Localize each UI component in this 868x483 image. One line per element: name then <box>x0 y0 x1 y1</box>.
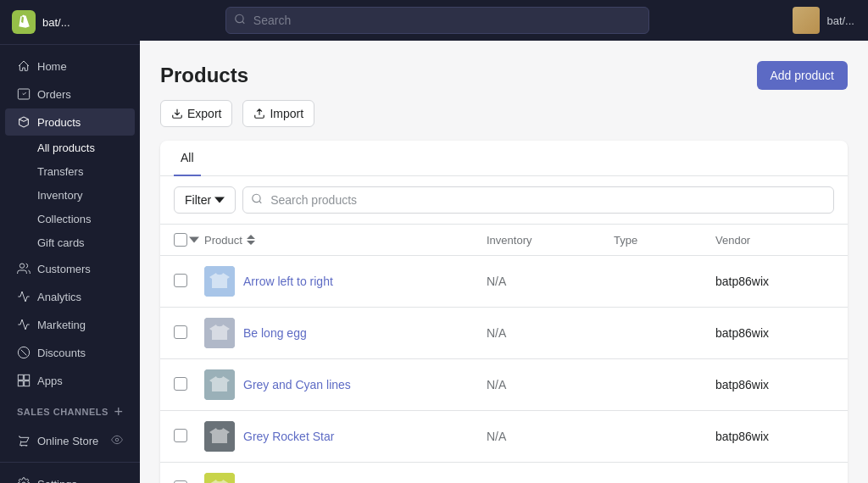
avatar <box>793 7 820 34</box>
search-products-input[interactable] <box>242 186 834 214</box>
table-body: Arrow left to right N/A batp86wix Be lon… <box>160 256 848 483</box>
vendor-cell-0: batp86wix <box>715 275 834 288</box>
inventory-cell-2: N/A <box>487 378 614 391</box>
tshirt-icon-2 <box>204 369 235 400</box>
products-card: All Filter <box>160 141 848 483</box>
sidebar-item-analytics-label: Analytics <box>37 291 81 303</box>
sidebar-item-collections-label: Collections <box>37 213 92 225</box>
add-product-button[interactable]: Add product <box>757 61 849 90</box>
sidebar-item-products[interactable]: Products <box>5 108 135 136</box>
tshirt-icon-3 <box>204 421 235 452</box>
svg-rect-4 <box>18 381 23 386</box>
online-store-label: Online Store <box>37 435 98 447</box>
sidebar-item-transfers[interactable]: Transfers <box>5 160 135 183</box>
header-product: Product <box>204 234 487 247</box>
header-type-label: Type <box>614 234 637 247</box>
sidebar-item-apps-label: Apps <box>37 375 63 387</box>
content-area: Products Add product Export Import <box>140 41 868 483</box>
sidebar-item-marketing-label: Marketing <box>37 319 86 331</box>
header-type: Type <box>614 234 715 247</box>
row-checkbox-2[interactable] <box>174 377 187 391</box>
table-header: Product Inventory Type Vendor <box>160 225 848 256</box>
svg-rect-3 <box>25 375 30 380</box>
search-products-wrap <box>242 186 834 214</box>
product-link-0[interactable]: Arrow left to right <box>243 275 333 288</box>
svg-point-9 <box>253 194 260 202</box>
sales-channels-add-button[interactable]: + <box>114 404 123 419</box>
checkbox-dropdown-icon[interactable] <box>189 235 199 245</box>
tab-all[interactable]: All <box>174 141 201 176</box>
row-checkbox-3[interactable] <box>174 429 187 442</box>
sales-channels-label: SALES CHANNELS <box>17 407 108 417</box>
page-actions: Export Import <box>160 100 848 127</box>
row-checkbox-1[interactable] <box>174 325 187 339</box>
vendor-cell-2: batp86wix <box>715 378 834 391</box>
header-inventory: Inventory <box>487 234 614 247</box>
sidebar-item-settings[interactable]: Settings <box>5 470 135 483</box>
search-input[interactable] <box>225 7 649 34</box>
sidebar-item-discounts[interactable]: Discounts <box>5 339 135 366</box>
sidebar-item-customers-label: Customers <box>37 263 91 275</box>
sidebar-item-analytics[interactable]: Analytics <box>5 283 135 310</box>
product-link-3[interactable]: Grey Rocket Star <box>243 430 334 443</box>
sidebar-item-customers[interactable]: Customers <box>5 255 135 282</box>
store-name: bat/... <box>42 16 70 29</box>
product-thumbnail-0 <box>204 266 235 297</box>
export-label: Export <box>187 107 221 120</box>
topbar-right: bat/... <box>793 7 854 34</box>
header-inventory-label: Inventory <box>487 234 531 247</box>
sidebar-item-orders[interactable]: Orders <box>5 80 135 108</box>
sidebar-item-home-label: Home <box>37 60 67 73</box>
product-thumbnail-4 <box>204 473 235 483</box>
topbar: bat/... <box>140 0 868 41</box>
page-header: Products Add product <box>160 61 848 90</box>
sidebar-item-orders-label: Orders <box>37 88 71 101</box>
sidebar-item-inventory[interactable]: Inventory <box>5 184 135 207</box>
sidebar-nav: Home Orders Products All products Transf… <box>0 45 140 462</box>
row-checkbox-0[interactable] <box>174 274 187 287</box>
import-button[interactable]: Import <box>242 100 314 127</box>
table-row: Grey Rocket Star N/A batp86wix <box>160 411 848 463</box>
select-all-checkbox[interactable] <box>174 233 187 247</box>
filter-button[interactable]: Filter <box>174 186 236 214</box>
header-product-label: Product <box>204 234 242 247</box>
inventory-cell-1: N/A <box>487 326 614 340</box>
export-button[interactable]: Export <box>160 100 232 127</box>
product-cell-2: Grey and Cyan lines <box>204 369 487 400</box>
filter-label: Filter <box>185 193 211 207</box>
row-checkbox-4[interactable] <box>174 480 187 484</box>
tshirt-icon-4 <box>204 473 235 483</box>
sidebar-item-all-products[interactable]: All products <box>5 136 135 159</box>
table-row: Arrow left to right N/A batp86wix <box>160 256 848 308</box>
svg-point-6 <box>115 438 119 441</box>
product-cell-4: Lorem Yellow <box>204 473 487 483</box>
product-link-2[interactable]: Grey and Cyan lines <box>243 378 351 391</box>
product-cell-3: Grey Rocket Star <box>204 421 487 452</box>
header-vendor: Vendor <box>715 234 834 247</box>
main-area: bat/... Products Add product Export Impo… <box>140 0 868 483</box>
sidebar-item-settings-label: Settings <box>37 478 77 484</box>
vendor-cell-3: batp86wix <box>715 430 834 443</box>
sales-channels-header: SALES CHANNELS + <box>5 397 135 426</box>
tshirt-icon-0 <box>204 266 235 297</box>
product-link-1[interactable]: Be long egg <box>243 326 307 340</box>
header-vendor-label: Vendor <box>715 234 750 247</box>
sidebar-item-online-store[interactable]: Online Store <box>5 428 135 454</box>
table-row: Grey and Cyan lines N/A batp86wix <box>160 359 848 411</box>
checkbox-header <box>174 233 204 247</box>
sidebar: bat/... Home Orders Products All product… <box>0 0 140 483</box>
svg-rect-14 <box>204 473 235 483</box>
search-bar <box>225 7 649 34</box>
sidebar-item-inventory-label: Inventory <box>37 189 82 202</box>
product-thumbnail-3 <box>204 421 235 452</box>
sidebar-item-gift-cards[interactable]: Gift cards <box>5 231 135 254</box>
svg-rect-5 <box>25 381 30 386</box>
shopify-logo <box>12 10 36 34</box>
sidebar-item-home[interactable]: Home <box>5 53 135 80</box>
sidebar-item-marketing[interactable]: Marketing <box>5 311 135 338</box>
sort-icon <box>246 235 256 245</box>
sidebar-item-apps[interactable]: Apps <box>5 367 135 394</box>
filters-row: Filter <box>160 176 848 225</box>
table-row: Lorem Yellow N/A batp86wix <box>160 463 848 483</box>
sidebar-item-collections[interactable]: Collections <box>5 208 135 230</box>
